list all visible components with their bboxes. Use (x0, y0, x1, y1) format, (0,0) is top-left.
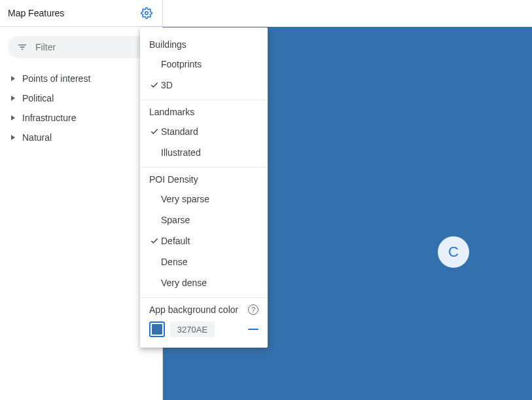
section-title: Buildings (140, 37, 268, 54)
tree-item-label: Political (22, 93, 54, 103)
caret-right-icon (9, 96, 17, 101)
hex-input[interactable] (170, 321, 215, 337)
sidebar-header: Map Features (0, 0, 162, 27)
bgcolor-title: App background color (149, 304, 238, 315)
option-label: Dense (161, 257, 187, 267)
avatar-marker: C (438, 236, 469, 268)
filter-input-wrap[interactable] (8, 36, 154, 58)
caret-right-icon (9, 135, 17, 140)
filter-input[interactable] (35, 42, 150, 52)
option-label: Very sparse (161, 194, 209, 204)
tree-item[interactable]: Infrastructure (5, 108, 157, 128)
tree-item[interactable]: Political (5, 88, 157, 108)
section-title: POI Density (140, 172, 268, 189)
option-label: Illustrated (161, 147, 201, 158)
tree-item-label: Natural (22, 132, 52, 143)
option[interactable]: Very dense (140, 272, 268, 293)
option[interactable]: 3D (140, 75, 268, 96)
check-icon (149, 80, 160, 90)
option-label: Footprints (161, 59, 202, 69)
help-icon[interactable]: ? (248, 304, 258, 315)
gear-icon (141, 7, 152, 19)
sidebar-title: Map Features (8, 8, 64, 18)
popup-section: BuildingsFootprints3D (140, 33, 268, 100)
avatar-letter: C (448, 244, 459, 261)
tree-item-label: Points of interest (22, 73, 90, 84)
option-label: Default (161, 236, 190, 246)
option[interactable]: Illustrated (140, 142, 268, 163)
bgcolor-section: App background color ? (140, 297, 268, 337)
settings-button[interactable] (139, 5, 154, 21)
caret-right-icon (9, 115, 17, 120)
section-title: Landmarks (140, 104, 268, 121)
caret-right-icon (9, 76, 17, 81)
option[interactable]: Footprints (140, 54, 268, 75)
tree-item[interactable]: Natural (5, 128, 157, 147)
option-label: 3D (161, 80, 173, 90)
check-icon (149, 236, 160, 246)
settings-popup: BuildingsFootprints3DLandmarksStandardIl… (140, 27, 268, 348)
tree-item-label: Infrastructure (22, 113, 76, 123)
color-swatch[interactable] (149, 321, 165, 337)
option-label: Standard (161, 126, 198, 137)
option-label: Sparse (161, 215, 190, 225)
filter-icon (17, 42, 27, 52)
option[interactable]: Sparse (140, 209, 268, 230)
option[interactable]: Standard (140, 121, 268, 142)
option[interactable]: Dense (140, 251, 268, 272)
popup-section: LandmarksStandardIllustrated (140, 100, 268, 167)
check-icon (149, 126, 160, 137)
popup-section: POI DensityVery sparseSparseDefaultDense… (140, 167, 268, 297)
option-label: Very dense (161, 278, 207, 288)
option[interactable]: Default (140, 230, 268, 251)
feature-tree: Points of interestPoliticalInfrastructur… (0, 61, 162, 155)
option[interactable]: Very sparse (140, 189, 268, 209)
tree-item[interactable]: Points of interest (5, 69, 157, 88)
sidebar: Map Features Points of interestPolitical… (0, 0, 163, 400)
svg-point-0 (145, 12, 149, 15)
reset-button[interactable] (248, 329, 258, 330)
